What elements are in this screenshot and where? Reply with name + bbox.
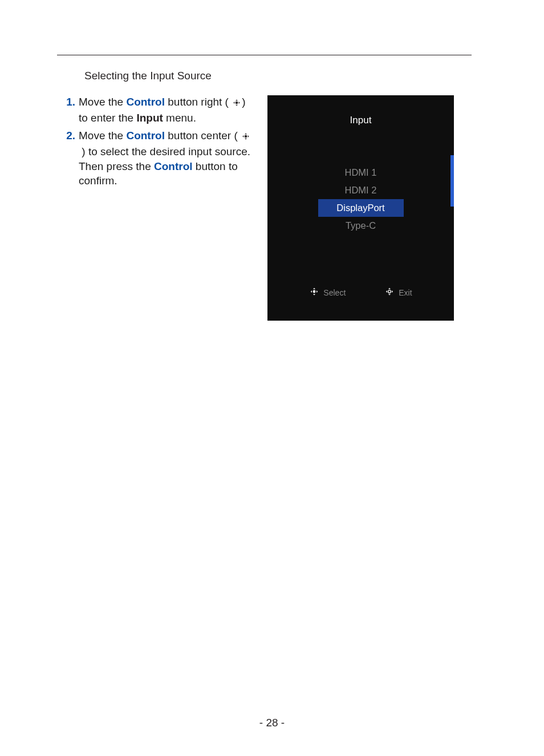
svg-point-0 bbox=[236, 102, 238, 104]
osd-item-typec[interactable]: Type-C bbox=[318, 217, 404, 235]
svg-point-4 bbox=[388, 290, 391, 293]
text: menu. bbox=[163, 112, 196, 124]
osd-panel: Input HDMI 1 HDMI 2 DisplayPort Type-C S… bbox=[267, 95, 454, 321]
control-keyword: Control bbox=[126, 96, 165, 108]
osd-item-displayport[interactable]: DisplayPort bbox=[318, 199, 404, 217]
osd-item-hdmi1[interactable]: HDMI 1 bbox=[318, 164, 404, 181]
control-keyword: Control bbox=[126, 130, 165, 142]
top-rule bbox=[57, 55, 472, 55]
page-number: - 28 - bbox=[0, 717, 544, 729]
joystick-select-icon bbox=[309, 287, 319, 298]
step-1: 1. Move the Control button right ( ) to … bbox=[59, 95, 256, 125]
step-body: Move the Control button center ( ) to se… bbox=[79, 128, 256, 188]
joystick-right-icon bbox=[232, 96, 242, 111]
svg-point-2 bbox=[245, 135, 247, 138]
osd-input-list: HDMI 1 HDMI 2 DisplayPort Type-C bbox=[267, 164, 454, 235]
text: Move the bbox=[79, 130, 126, 142]
svg-point-3 bbox=[313, 290, 316, 293]
instruction-list: 1. Move the Control button right ( ) to … bbox=[59, 95, 256, 192]
section-heading: Selecting the Input Source bbox=[84, 70, 212, 82]
joystick-center-icon bbox=[241, 130, 251, 144]
control-keyword: Control bbox=[154, 160, 193, 172]
osd-item-hdmi2[interactable]: HDMI 2 bbox=[318, 181, 404, 199]
menu-name: Input bbox=[136, 112, 163, 124]
osd-title: Input bbox=[267, 95, 454, 126]
text: button right ( bbox=[165, 96, 232, 108]
step-body: Move the Control button right ( ) to ent… bbox=[79, 95, 256, 125]
osd-exit-hint: Exit bbox=[384, 287, 412, 298]
osd-footer: Select Exit bbox=[267, 287, 454, 298]
osd-select-hint: Select bbox=[309, 287, 346, 298]
step-2: 2. Move the Control button center ( ) to… bbox=[59, 128, 256, 188]
manual-page: Selecting the Input Source 1. Move the C… bbox=[0, 0, 544, 756]
joystick-exit-icon bbox=[384, 287, 395, 298]
step-number: 1. bbox=[59, 95, 79, 125]
step-number: 2. bbox=[59, 128, 79, 188]
osd-exit-label: Exit bbox=[399, 288, 412, 297]
text: Move the bbox=[79, 96, 126, 108]
text: button center ( bbox=[165, 130, 241, 142]
osd-select-label: Select bbox=[323, 288, 346, 297]
